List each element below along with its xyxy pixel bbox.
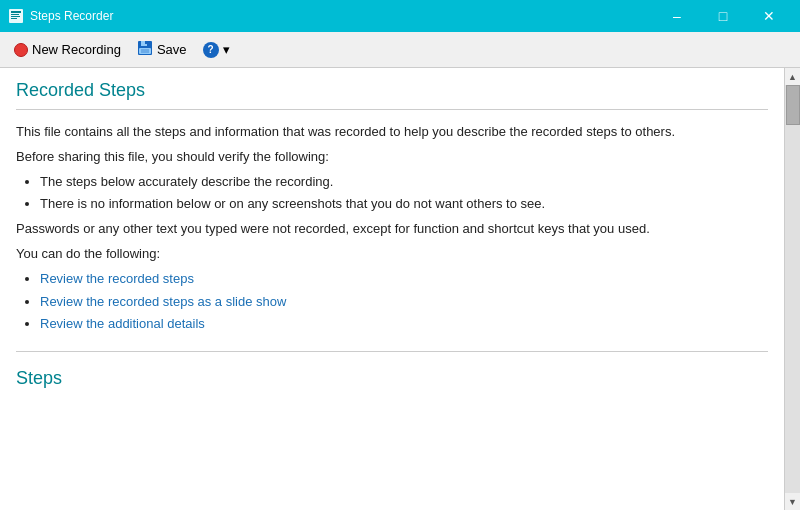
review-slideshow-link[interactable]: Review the recorded steps as a slide sho…	[40, 294, 286, 309]
close-button[interactable]: ✕	[746, 0, 792, 32]
help-button[interactable]: ? ▾	[197, 39, 236, 61]
scroll-down-button[interactable]: ▼	[785, 493, 801, 510]
scrollbar: ▲ ▼	[784, 68, 800, 510]
para-4: You can do the following:	[16, 244, 768, 265]
action-item-3: Review the additional details	[40, 314, 768, 335]
divider-bottom	[16, 351, 768, 352]
new-recording-label: New Recording	[32, 42, 121, 57]
action-item-1: Review the recorded steps	[40, 269, 768, 290]
action-item-2: Review the recorded steps as a slide sho…	[40, 292, 768, 313]
svg-rect-3	[11, 16, 20, 17]
app-icon	[8, 8, 24, 24]
para-1: This file contains all the steps and inf…	[16, 122, 768, 143]
svg-rect-1	[11, 11, 21, 13]
save-label: Save	[157, 42, 187, 57]
scroll-thumb[interactable]	[786, 85, 800, 125]
help-dropdown-label: ▾	[223, 42, 230, 57]
save-icon	[137, 40, 153, 59]
title-bar: Steps Recorder – □ ✕	[0, 0, 800, 32]
recorded-steps-title: Recorded Steps	[16, 80, 768, 101]
svg-rect-7	[145, 41, 147, 44]
maximize-button[interactable]: □	[700, 0, 746, 32]
scroll-track[interactable]	[785, 85, 801, 493]
review-details-link[interactable]: Review the additional details	[40, 316, 205, 331]
verify-item-1: The steps below accurately describe the …	[40, 172, 768, 193]
help-icon: ?	[203, 42, 219, 58]
svg-rect-9	[141, 49, 149, 53]
actions-list: Review the recorded steps Review the rec…	[40, 269, 768, 335]
record-icon	[14, 43, 28, 57]
content-area: Recorded Steps This file contains all th…	[0, 68, 784, 510]
para-3: Passwords or any other text you typed we…	[16, 219, 768, 240]
verify-list: The steps below accurately describe the …	[40, 172, 768, 216]
description-block: This file contains all the steps and inf…	[16, 122, 768, 335]
para-2: Before sharing this file, you should ver…	[16, 147, 768, 168]
new-recording-button[interactable]: New Recording	[8, 39, 127, 60]
app-title: Steps Recorder	[30, 9, 654, 23]
steps-title: Steps	[16, 368, 768, 389]
toolbar: New Recording Save ? ▾	[0, 32, 800, 68]
divider-top	[16, 109, 768, 110]
main-area: Recorded Steps This file contains all th…	[0, 68, 800, 510]
review-steps-link[interactable]: Review the recorded steps	[40, 271, 194, 286]
svg-rect-2	[11, 14, 19, 15]
save-button[interactable]: Save	[131, 37, 193, 62]
minimize-button[interactable]: –	[654, 0, 700, 32]
verify-item-2: There is no information below or on any …	[40, 194, 768, 215]
scroll-up-button[interactable]: ▲	[785, 68, 801, 85]
svg-rect-4	[11, 18, 17, 19]
